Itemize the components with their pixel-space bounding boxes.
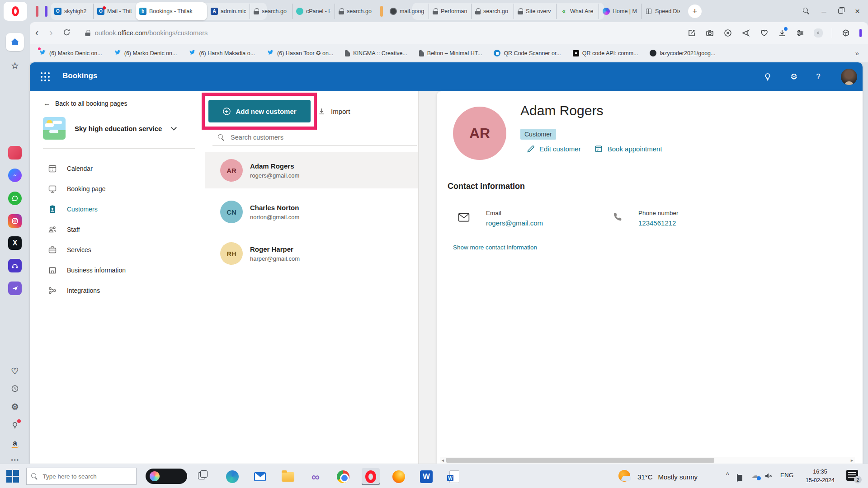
sidebar-item-calendar[interactable]: Calendar: [30, 159, 205, 178]
send-plane-icon[interactable]: [8, 282, 22, 295]
whatsapp-icon[interactable]: [8, 192, 22, 205]
edit-customer-button[interactable]: Edit customer: [527, 145, 581, 153]
tab-performance[interactable]: Performan: [429, 4, 471, 19]
pinned-app-icon[interactable]: [8, 146, 22, 160]
new-tab-button[interactable]: +: [688, 5, 702, 18]
settings-gear-icon[interactable]: ⚙: [788, 70, 800, 83]
tips-bulb-icon[interactable]: [761, 70, 774, 83]
phone-value-link[interactable]: 1234561212: [638, 219, 679, 227]
back-to-booking-pages-link[interactable]: ← Back to all booking pages: [43, 99, 127, 108]
sidebar-item-staff[interactable]: Staff: [30, 220, 205, 239]
bookmarks-overflow-chevron[interactable]: »: [855, 49, 859, 57]
mail-taskbar-icon[interactable]: [251, 468, 269, 485]
bookmark-item[interactable]: Belton – Minimal HT...: [419, 50, 482, 56]
customer-row-roger-harper[interactable]: RH Roger Harperharper@gmail.com: [205, 235, 418, 272]
browser-profile-icon[interactable]: [814, 28, 823, 38]
bookmark-item[interactable]: (6) Harsh Makadia o...: [189, 49, 255, 57]
customer-row-adam-rogers[interactable]: AR Adam Rogersrogers@gmail.com: [205, 152, 418, 188]
address-bar[interactable]: outlook.office.com/bookings/customers: [85, 29, 208, 37]
back-button[interactable]: ‹: [30, 28, 44, 38]
taskbar-search-input[interactable]: [42, 473, 132, 480]
show-more-contact-link[interactable]: Show more contact information: [453, 244, 537, 251]
speed-dial-home-icon[interactable]: [6, 33, 24, 51]
bookmark-item[interactable]: (6) Marko Denic on...: [114, 49, 177, 57]
easy-setup-icon[interactable]: [796, 28, 805, 38]
tab-search-2[interactable]: search.go: [335, 4, 377, 19]
maximize-button[interactable]: [838, 9, 843, 14]
sidebar-toggle-bar[interactable]: [859, 29, 862, 37]
tab-speed-dial[interactable]: Speed Dia: [641, 4, 684, 19]
tab-group-pill-orange[interactable]: [380, 6, 383, 17]
tab-gmail[interactable]: mail.goog: [386, 4, 429, 19]
tab-search-1[interactable]: search.go: [250, 4, 292, 19]
sidebar-item-services[interactable]: Services: [30, 240, 205, 259]
music-player-icon[interactable]: [8, 259, 22, 272]
tab-admin[interactable]: Aadmin.mic: [207, 4, 250, 19]
adblock-icon[interactable]: [723, 28, 732, 38]
word-document-taskbar-icon[interactable]: W: [445, 468, 463, 485]
opera-taskbar-icon-active[interactable]: [362, 468, 380, 485]
firefox-taskbar-icon[interactable]: [390, 468, 408, 485]
battery-icon[interactable]: [737, 474, 738, 482]
snapshot-camera-icon[interactable]: [705, 28, 714, 38]
instagram-icon[interactable]: [8, 214, 22, 228]
tab-search-icon[interactable]: [803, 8, 810, 14]
bookmark-item[interactable]: QR code API: comm...: [573, 50, 638, 56]
scroll-left-arrow[interactable]: ◄: [440, 457, 446, 463]
tab-mail[interactable]: OMail - Thila: [93, 4, 136, 19]
app-launcher-waffle-icon[interactable]: [41, 72, 42, 74]
task-view-icon[interactable]: [197, 470, 209, 482]
tray-chevron-icon[interactable]: ^: [726, 471, 729, 479]
bookmark-item[interactable]: QR Code Scanner or...: [494, 50, 561, 56]
minimize-button[interactable]: –: [821, 7, 826, 15]
opera-menu-button[interactable]: [4, 2, 27, 21]
email-value-link[interactable]: rogers@gmail.com: [486, 219, 543, 227]
messenger-icon[interactable]: [8, 169, 22, 182]
tab-search-3[interactable]: search.go: [471, 4, 514, 19]
visual-studio-taskbar-icon[interactable]: ∞: [307, 468, 325, 485]
close-button[interactable]: ×: [855, 7, 860, 15]
bookmarks-star-icon[interactable]: ☆: [8, 59, 22, 72]
bookmark-item[interactable]: lazycoder2021/goog...: [650, 50, 715, 56]
service-selector[interactable]: Sky high education service: [43, 117, 197, 140]
forward-button[interactable]: ›: [44, 28, 58, 38]
customer-row-charles-norton[interactable]: CN Charles Nortonnorton@gmail.com: [205, 194, 418, 230]
file-explorer-taskbar-icon[interactable]: [279, 468, 297, 485]
amazon-icon[interactable]: a: [8, 436, 22, 450]
taskbar-search-box[interactable]: [26, 468, 137, 485]
x-twitter-icon[interactable]: X: [8, 236, 22, 250]
history-clock-icon[interactable]: [8, 382, 22, 395]
add-new-customer-button[interactable]: Add new customer: [208, 100, 311, 122]
language-indicator[interactable]: ENG: [780, 472, 793, 479]
tab-cpanel[interactable]: cPanel - H: [292, 4, 335, 19]
sidebar-item-customers[interactable]: Customers: [30, 200, 205, 219]
scrollbar-thumb[interactable]: [446, 458, 714, 463]
help-icon[interactable]: ?: [812, 70, 825, 83]
send-to-device-icon[interactable]: [741, 28, 750, 38]
tab-what-are[interactable]: «What Are: [556, 4, 599, 19]
edge-taskbar-icon[interactable]: [223, 468, 241, 485]
tab-home-m365[interactable]: Home | M: [599, 4, 641, 19]
tab-group-pill-purple[interactable]: [45, 6, 47, 17]
chrome-taskbar-icon[interactable]: [334, 468, 352, 485]
settings-gear-icon[interactable]: ⚙: [8, 400, 22, 413]
tab-skyhigh2[interactable]: Oskyhigh2: [51, 4, 93, 19]
reload-button[interactable]: [63, 28, 71, 38]
sidebar-item-booking-page[interactable]: Booking page: [30, 179, 205, 198]
search-customers-input[interactable]: [230, 133, 411, 141]
customer-search-box[interactable]: [212, 129, 417, 146]
heart-panel-icon[interactable]: ♡: [8, 364, 22, 378]
scroll-right-arrow[interactable]: ►: [849, 457, 855, 463]
tab-group-pill-red[interactable]: [36, 6, 38, 17]
account-avatar[interactable]: [841, 69, 857, 85]
favorites-heart-icon[interactable]: [760, 28, 769, 38]
import-button[interactable]: Import: [318, 105, 350, 117]
weather-widget[interactable]: 31°C Mostly sunny: [618, 468, 698, 485]
sidebar-item-integrations[interactable]: Integrations: [30, 281, 205, 300]
sidebar-item-business-information[interactable]: Business information: [30, 261, 205, 280]
tab-site-overview[interactable]: Site overv: [514, 4, 556, 19]
bookmark-item[interactable]: (6) Hasan Toor ✪ on...: [267, 49, 333, 57]
extensions-cube-icon[interactable]: [841, 28, 850, 38]
taskbar-clock[interactable]: 16:35 15-02-2024: [801, 468, 839, 485]
tab-bookings-active[interactable]: bBookings - Thilak: [136, 2, 207, 20]
